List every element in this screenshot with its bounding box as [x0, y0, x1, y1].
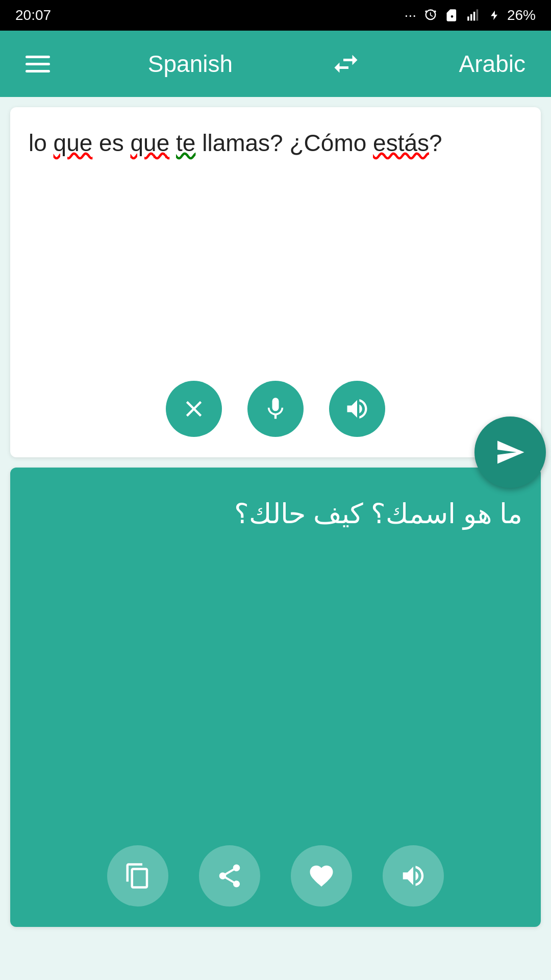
input-section: lo que es que te llamas? ¿Cómo estás? — [10, 107, 541, 457]
svg-rect-2 — [473, 12, 475, 21]
main-content: lo que es que te llamas? ¿Cómo estás? — [0, 107, 551, 927]
source-language[interactable]: Spanish — [148, 50, 233, 78]
clear-button[interactable] — [166, 381, 222, 437]
microphone-button[interactable] — [247, 381, 304, 437]
more-dots-icon: ··· — [405, 7, 416, 23]
toolbar: Spanish Arabic — [0, 31, 551, 97]
translate-button[interactable] — [474, 416, 546, 488]
svg-rect-0 — [467, 16, 469, 20]
svg-rect-1 — [470, 14, 472, 21]
status-time: 20:07 — [15, 7, 51, 23]
favorite-button[interactable] — [291, 845, 352, 906]
target-language[interactable]: Arabic — [459, 50, 525, 78]
swap-languages-button[interactable] — [331, 48, 361, 79]
signal-icon — [466, 8, 482, 22]
share-button[interactable] — [199, 845, 260, 906]
output-section: ما هو اسمك؟ كيف حالك؟ — [10, 468, 541, 927]
output-controls — [10, 845, 541, 906]
battery-level: 26% — [507, 7, 536, 23]
speak-source-button[interactable] — [329, 381, 385, 437]
alarm-icon — [423, 8, 438, 22]
input-controls — [29, 381, 522, 442]
menu-button[interactable] — [26, 56, 50, 72]
source-text-input[interactable]: lo que es que te llamas? ¿Cómo estás? — [29, 126, 522, 371]
status-bar: 20:07 ··· 26% — [0, 0, 551, 31]
status-icons: ··· 26% — [405, 7, 536, 23]
sim-icon — [445, 8, 459, 22]
charging-icon — [489, 8, 500, 22]
copy-button[interactable] — [107, 845, 168, 906]
speak-output-button[interactable] — [383, 845, 444, 906]
translated-text: ما هو اسمك؟ كيف حالك؟ — [29, 493, 522, 534]
svg-rect-3 — [477, 9, 479, 20]
